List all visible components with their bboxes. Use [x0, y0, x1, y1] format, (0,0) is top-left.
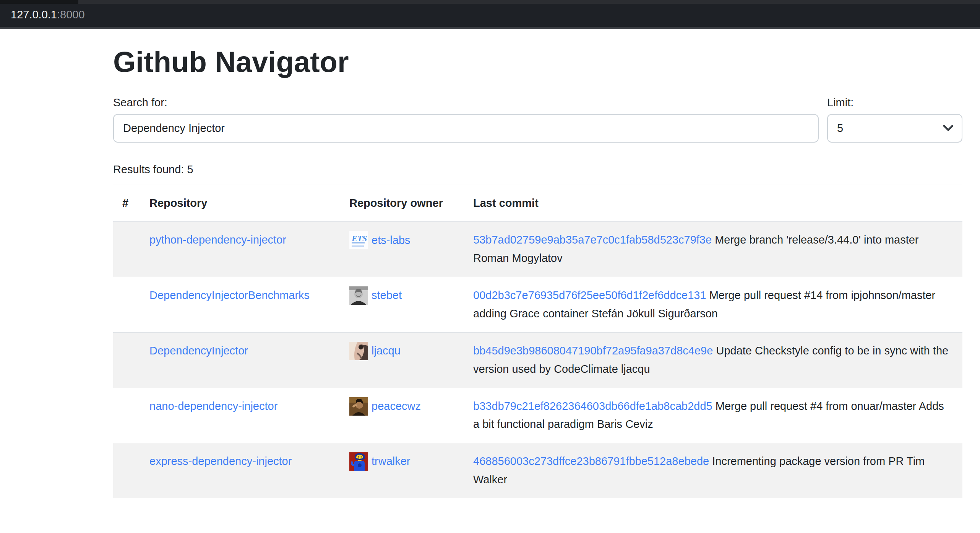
owner-link[interactable]: stebet [372, 286, 402, 305]
results-count: Results found: 5 [113, 160, 962, 179]
repo-link[interactable]: DependencyInjectorBenchmarks [149, 289, 310, 301]
url-port: :8000 [57, 8, 85, 21]
commit-hash-link[interactable]: 00d2b3c7e76935d76f25ee50f6d1f2ef6ddce131 [473, 289, 706, 301]
trwalker-lego-avatar [349, 452, 368, 471]
peacecwz-portrait-avatar [349, 397, 368, 416]
table-row: DependencyInjector ljacqu bb45d9e3b9860 [113, 332, 962, 388]
table-header-row: # Repository Repository owner Last commi… [113, 185, 962, 222]
repo-link[interactable]: express-dependency-injector [149, 455, 292, 467]
commit-hash-link[interactable]: bb45d9e3b98608047190bf72a95fa9a37d8c4e9e [473, 344, 713, 357]
table-row: nano-dependency-injector peacecwz [113, 388, 962, 443]
limit-field-group: Limit: 5 [827, 93, 962, 143]
column-header-last-commit: Last commit [464, 185, 962, 222]
limit-select[interactable]: 5 [827, 114, 962, 143]
column-header-number: # [113, 185, 140, 222]
owner-link[interactable]: ets-labs [372, 231, 410, 250]
repo-link[interactable]: python-dependency-injector [149, 234, 286, 246]
browser-address-bar: 127.0.0.1:8000 [0, 0, 980, 29]
main-content: Github Navigator Search for: Limit: 5 Re… [113, 29, 962, 498]
owner-link[interactable]: ljacqu [372, 342, 401, 360]
limit-label: Limit: [827, 93, 962, 112]
url-text[interactable]: 127.0.0.1:8000 [11, 9, 85, 20]
table-row: DependencyInjectorBenchmarks stebet [113, 277, 962, 333]
search-label: Search for: [113, 93, 819, 112]
toolbar-divider [0, 27, 980, 29]
repo-link[interactable]: nano-dependency-injector [149, 400, 277, 412]
stebet-portrait-avatar [349, 286, 368, 305]
search-form: Search for: Limit: 5 [113, 93, 962, 143]
svg-text:ETS: ETS [351, 234, 367, 243]
column-header-owner: Repository owner [340, 185, 464, 222]
chevron-down-icon [943, 125, 953, 131]
commit-hash-link[interactable]: b33db79c21ef8262364603db66dfe1ab8cab2dd5 [473, 400, 712, 412]
table-row: express-dependency-injector [113, 443, 962, 498]
column-header-repository: Repository [140, 185, 340, 222]
table-row: python-dependency-injector ETS ets-labs … [113, 222, 962, 277]
page-title: Github Navigator [113, 46, 962, 78]
repo-link[interactable]: DependencyInjector [149, 344, 248, 357]
ets-labs-logo-avatar: ETS [349, 231, 368, 249]
limit-selected-value: 5 [837, 122, 843, 135]
owner-link[interactable]: peacecwz [372, 397, 421, 416]
url-host: 127.0.0.1 [11, 8, 57, 21]
search-field-group: Search for: [113, 93, 819, 143]
commit-hash-link[interactable]: 53b7ad02759e9ab35a7e7c0c1fab58d523c79f3e [473, 234, 712, 246]
window-top-edge [0, 0, 980, 4]
search-input[interactable] [113, 114, 819, 143]
commit-hash-link[interactable]: 468856003c273dffce23b86791fbbe512a8ebede [473, 455, 709, 467]
owner-link[interactable]: trwalker [372, 452, 410, 471]
ljacqu-photo-avatar [349, 342, 368, 360]
results-table: # Repository Repository owner Last commi… [113, 185, 962, 498]
